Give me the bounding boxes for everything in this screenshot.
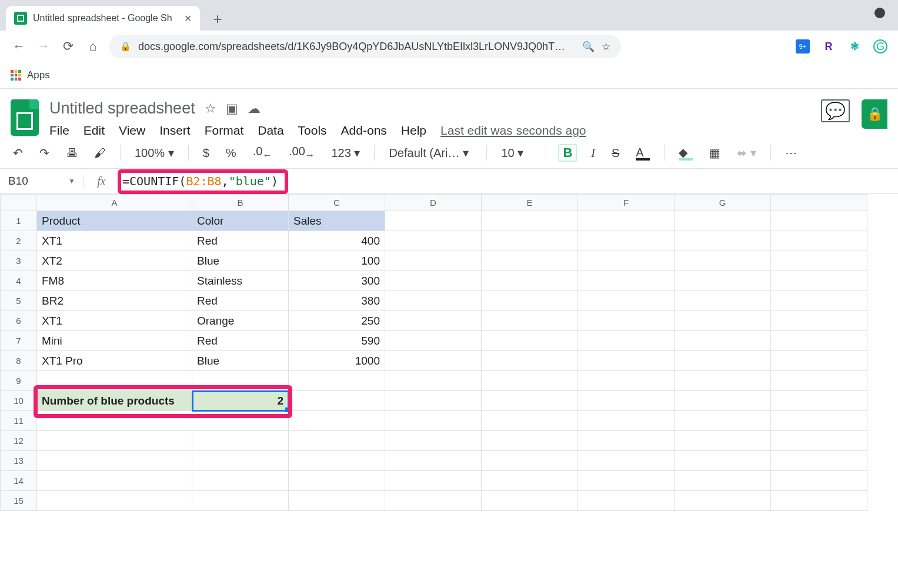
cell[interactable]	[578, 311, 675, 331]
new-tab-button[interactable]: +	[206, 7, 229, 31]
cell[interactable]	[289, 491, 385, 511]
row-header-5[interactable]: 5	[1, 291, 37, 311]
cell[interactable]	[289, 371, 385, 391]
col-header-B[interactable]: B	[192, 195, 289, 211]
cell[interactable]	[675, 351, 771, 371]
cell[interactable]	[578, 231, 675, 251]
cell[interactable]	[675, 291, 771, 311]
cell[interactable]: XT1	[37, 231, 192, 251]
menu-file[interactable]: File	[49, 123, 69, 138]
cell[interactable]	[482, 391, 578, 411]
cell[interactable]	[482, 351, 578, 371]
cell[interactable]	[482, 491, 578, 511]
cell[interactable]: Blue	[192, 251, 289, 271]
menu-addons[interactable]: Add-ons	[341, 123, 387, 138]
cell[interactable]	[578, 431, 675, 451]
cell[interactable]: Mini	[37, 331, 192, 351]
cell[interactable]	[578, 471, 675, 491]
cell[interactable]	[771, 471, 867, 491]
cell[interactable]	[482, 411, 578, 431]
text-color-button[interactable]: A	[633, 145, 652, 162]
cell[interactable]	[385, 311, 482, 331]
cell[interactable]	[771, 211, 867, 231]
cell[interactable]	[385, 471, 482, 491]
cell[interactable]	[385, 391, 482, 411]
cell[interactable]	[482, 271, 578, 291]
cell[interactable]	[482, 211, 578, 231]
menu-view[interactable]: View	[119, 123, 145, 138]
cell[interactable]	[675, 271, 771, 291]
cell[interactable]	[482, 431, 578, 451]
cell[interactable]	[289, 471, 385, 491]
cell[interactable]: Red	[192, 291, 289, 311]
cell[interactable]	[771, 411, 867, 431]
cell[interactable]	[771, 231, 867, 251]
cell[interactable]: FM8	[37, 271, 192, 291]
cell[interactable]	[192, 371, 289, 391]
back-button[interactable]: ←	[11, 39, 27, 54]
cell[interactable]	[578, 451, 675, 471]
cell[interactable]	[482, 371, 578, 391]
menu-help[interactable]: Help	[401, 123, 426, 138]
cell[interactable]	[578, 391, 675, 411]
cell[interactable]	[771, 291, 867, 311]
cell[interactable]	[192, 411, 289, 431]
cell[interactable]	[385, 411, 482, 431]
format-percent-button[interactable]: %	[223, 145, 239, 161]
cell[interactable]	[578, 491, 675, 511]
apps-icon[interactable]	[11, 70, 21, 81]
move-icon[interactable]: ▣	[226, 101, 238, 116]
cell[interactable]	[771, 311, 867, 331]
cell[interactable]	[578, 331, 675, 351]
cell[interactable]	[578, 251, 675, 271]
cell[interactable]: Red	[192, 231, 289, 251]
cell[interactable]	[192, 451, 289, 471]
cell[interactable]: XT1 Pro	[37, 351, 192, 371]
cell[interactable]: 100	[289, 251, 385, 271]
row-header-9[interactable]: 9	[1, 371, 37, 391]
cell[interactable]	[289, 431, 385, 451]
row-header-1[interactable]: 1	[1, 211, 37, 231]
select-all-cell[interactable]	[1, 195, 37, 211]
italic-button[interactable]: I	[589, 145, 597, 161]
bookmark-star-icon[interactable]: ☆	[602, 41, 610, 53]
cell[interactable]: 400	[289, 231, 385, 251]
formula-bar[interactable]: =COUNTIF(B2:B8,"blue")	[119, 174, 898, 188]
increase-decimal-button[interactable]: .00→	[286, 143, 317, 162]
cell[interactable]	[482, 291, 578, 311]
cell[interactable]: 590	[289, 331, 385, 351]
cell[interactable]	[675, 471, 771, 491]
cell[interactable]	[675, 251, 771, 271]
sheets-logo[interactable]	[11, 99, 39, 136]
cell[interactable]: Sales	[289, 211, 385, 231]
bold-button[interactable]: B	[558, 144, 577, 162]
redo-button[interactable]: ↷	[37, 145, 52, 161]
extension-icon-3[interactable]: ❃	[847, 39, 862, 54]
cell[interactable]	[578, 371, 675, 391]
merge-cells-button[interactable]: ⬌ ▾	[735, 145, 759, 161]
comments-icon[interactable]: 💬	[821, 99, 850, 122]
more-toolbar-button[interactable]: ⋯	[783, 145, 799, 161]
close-tab-icon[interactable]: ✕	[184, 13, 192, 24]
cell[interactable]: XT2	[37, 251, 192, 271]
cell[interactable]	[37, 451, 192, 471]
cell[interactable]: 380	[289, 291, 385, 311]
cell[interactable]: BR2	[37, 291, 192, 311]
row-header-14[interactable]: 14	[1, 471, 37, 491]
cell[interactable]	[192, 471, 289, 491]
col-header-ext[interactable]	[771, 195, 867, 211]
cell[interactable]	[675, 391, 771, 411]
cell[interactable]: 1000	[289, 351, 385, 371]
share-button[interactable]: 🔒	[862, 99, 887, 129]
cell[interactable]	[37, 431, 192, 451]
fill-color-button[interactable]: ◆	[676, 144, 695, 162]
cell[interactable]	[578, 271, 675, 291]
apps-label[interactable]: Apps	[27, 69, 50, 81]
menu-edit[interactable]: Edit	[84, 123, 105, 138]
cell[interactable]	[482, 471, 578, 491]
row-header-2[interactable]: 2	[1, 231, 37, 251]
zoom-dropdown[interactable]: 100% ▾	[132, 145, 176, 161]
cell[interactable]	[675, 431, 771, 451]
cell[interactable]	[289, 391, 385, 411]
cell[interactable]	[385, 211, 482, 231]
